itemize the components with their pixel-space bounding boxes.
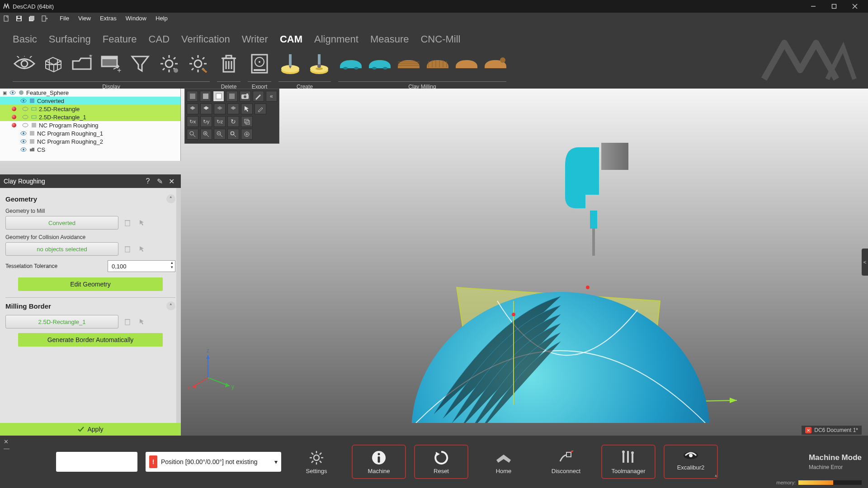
tab-writer[interactable]: Writer [242, 33, 268, 45]
eye-icon[interactable] [22, 114, 29, 120]
tree-item-nc1[interactable]: NC Program Roughing_1 [0, 129, 180, 137]
clear-field-icon[interactable] [122, 244, 133, 254]
edit-geometry-button[interactable]: Edit Geometry [18, 277, 163, 291]
tree-item-cs[interactable]: CS [0, 145, 180, 154]
bottombar-close-icon[interactable]: ✕— [4, 438, 9, 452]
panel-scrollbar[interactable] [176, 188, 181, 220]
pick-field-icon[interactable] [137, 244, 147, 254]
pick-field-icon[interactable] [137, 316, 147, 327]
geom-collision-field[interactable]: no objects selected [5, 242, 118, 256]
export-quick-icon[interactable] [39, 14, 50, 23]
eye-icon[interactable] [20, 138, 27, 145]
border-field[interactable]: 2.5D-Rectangle_1 [5, 315, 118, 328]
machine-button[interactable]: Machine [352, 445, 406, 479]
eye-icon[interactable] [22, 106, 29, 112]
info-icon [370, 450, 388, 466]
reset-icon [432, 450, 450, 466]
clear-field-icon[interactable] [122, 217, 133, 228]
tree-item-nc0[interactable]: NC Program Roughing [0, 121, 180, 129]
tab-basic[interactable]: Basic [13, 33, 37, 45]
command-input[interactable] [56, 452, 137, 472]
menu-extras[interactable]: Extras [95, 13, 121, 24]
pick-field-icon[interactable] [137, 217, 147, 228]
tab-alignment[interactable]: Alignment [314, 33, 359, 45]
svg-point-37 [354, 67, 359, 70]
viewport-3d[interactable]: z y x [181, 89, 868, 436]
sphere-icon [18, 89, 24, 96]
chevron-up-icon[interactable]: ˄ [166, 194, 175, 203]
tree-item-converted[interactable]: Converted [0, 97, 180, 105]
create-tool-1-icon[interactable] [278, 52, 302, 75]
excalibur-icon [682, 446, 700, 462]
harddrive-icon[interactable] [248, 52, 271, 75]
clay-car-cyan-1-icon[interactable] [338, 52, 362, 75]
svg-rect-52 [32, 123, 36, 127]
tab-feature[interactable]: Feature [103, 33, 137, 45]
trash-icon[interactable] [217, 52, 241, 75]
eye-icon[interactable] [9, 89, 16, 96]
eye-icon[interactable] [20, 130, 27, 136]
axis-z-label: z [207, 347, 209, 354]
feature-tree[interactable]: ▣ Feature_Sphere Converted 2.5D-Rectangl… [0, 89, 181, 161]
apply-button[interactable]: Apply [0, 423, 181, 436]
menu-help[interactable]: Help [151, 13, 172, 24]
tree-item-rect1[interactable]: 2.5D-Rectangle_1 [0, 113, 180, 121]
minimize-button[interactable] [803, 0, 824, 13]
tree-item-rect[interactable]: 2.5D-Rectangle [0, 105, 180, 113]
tab-cam[interactable]: CAM [280, 33, 302, 45]
gear-icon[interactable] [157, 52, 181, 75]
tree-root[interactable]: ▣ Feature_Sphere [0, 89, 180, 97]
create-tool-2-icon[interactable] [307, 52, 331, 75]
toolmanager-icon [619, 450, 637, 466]
new-file-icon[interactable] [1, 14, 12, 23]
gear-tool-icon[interactable] [186, 52, 210, 75]
clay-car-brown-3-icon[interactable] [454, 52, 477, 75]
tab-measure[interactable]: Measure [370, 33, 409, 45]
tree-item-nc2[interactable]: NC Program Roughing_2 [0, 137, 180, 145]
tab-surfacing[interactable]: Surfacing [49, 33, 91, 45]
tab-cad[interactable]: CAD [149, 33, 170, 45]
excalibur-button[interactable]: Excalibur2 ▴ [664, 445, 718, 479]
close-window-button[interactable] [844, 0, 865, 13]
screen-add-icon[interactable]: + [99, 52, 123, 75]
svg-rect-104 [592, 229, 595, 256]
maximize-button[interactable] [824, 0, 844, 13]
save-all-icon[interactable] [26, 14, 37, 23]
eye-icon[interactable] [20, 98, 27, 104]
wireframe-box-icon[interactable] [42, 52, 65, 75]
menu-view[interactable]: View [74, 13, 95, 24]
panel-help-button[interactable]: ? [142, 175, 154, 187]
save-icon[interactable] [14, 14, 24, 23]
clay-car-cyan-2-icon[interactable] [367, 52, 391, 75]
panel-close-button[interactable]: ✕ [165, 175, 177, 187]
panel-edit-button[interactable]: ✎ [154, 175, 165, 187]
svg-rect-4 [4, 16, 8, 21]
settings-button[interactable]: Settings [289, 445, 344, 479]
clay-car-brown-2-icon[interactable] [425, 52, 448, 75]
position-combo[interactable]: ! Position [90.00°/0.00°] not existing ▾ [146, 452, 281, 472]
eye-icon[interactable] [20, 146, 27, 153]
tab-verification[interactable]: Verification [181, 33, 230, 45]
apply-label: Apply [87, 426, 103, 433]
reset-button[interactable]: Reset [414, 445, 468, 479]
toolmanager-button[interactable]: Toolmanager [601, 445, 656, 479]
home-button[interactable]: Home [476, 445, 531, 479]
geom-to-mill-field[interactable]: Converted [5, 216, 118, 230]
clay-car-brown-1-icon[interactable] [396, 52, 420, 75]
tess-input[interactable]: 0,100 [108, 260, 175, 272]
clear-field-icon[interactable] [122, 316, 133, 327]
filter-icon[interactable] [128, 52, 152, 75]
tab-cnc-mill[interactable]: CNC-Mill [420, 33, 460, 45]
eye-icon[interactable] [22, 122, 29, 128]
svg-marker-108 [225, 383, 230, 387]
menu-window[interactable]: Window [121, 13, 151, 24]
menu-file[interactable]: File [55, 13, 74, 24]
mesh-icon [29, 98, 35, 104]
folder-star-icon[interactable]: * [71, 52, 94, 75]
clay-car-brown-4-icon[interactable] [483, 52, 506, 75]
disconnect-button[interactable]: Disconnect [539, 445, 593, 479]
document-chip[interactable]: ✕DC6 Document 1* [802, 426, 862, 435]
generate-border-button[interactable]: Generate Border Automatically [18, 333, 163, 347]
visibility-icon[interactable] [13, 52, 36, 75]
chevron-up-icon[interactable]: ˄ [166, 301, 175, 310]
